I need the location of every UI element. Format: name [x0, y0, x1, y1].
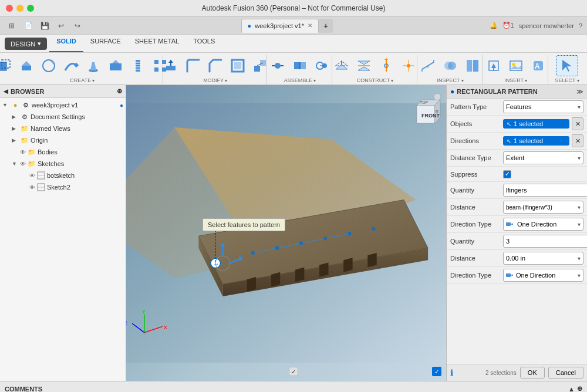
- tab-tools[interactable]: TOOLS: [186, 35, 222, 52]
- construct-group-label[interactable]: CONSTRUCT ▾: [357, 77, 394, 83]
- info-icon[interactable]: ℹ: [450, 368, 453, 377]
- file-icon[interactable]: 📄: [21, 19, 35, 33]
- objects-selected-button[interactable]: ↖ 1 selected: [503, 119, 569, 129]
- tab-solid[interactable]: SOLID: [49, 35, 83, 52]
- objects-clear-button[interactable]: ✕: [572, 117, 583, 130]
- measure-btn[interactable]: [417, 56, 438, 76]
- pattern-type-select[interactable]: Features Bodies Faces ▾: [503, 100, 583, 113]
- distance-type-select[interactable]: Extent Spacing ▾: [503, 151, 583, 164]
- design-menu-button[interactable]: DESIGN ▾: [5, 38, 47, 50]
- tab-close-icon[interactable]: ✕: [308, 22, 312, 29]
- offset-plane-btn[interactable]: [331, 56, 352, 76]
- rigid-group-btn[interactable]: [289, 56, 311, 76]
- direction-type-arrow-2: ▾: [575, 272, 583, 279]
- comments-expand-button[interactable]: ▲: [568, 386, 575, 393]
- ribbon: DESIGN ▾ SOLID SURFACE SHEET METAL TOOLS: [0, 35, 587, 85]
- bodies-visible-icon[interactable]: 👁: [20, 149, 26, 156]
- redo-icon[interactable]: ↪: [70, 19, 85, 33]
- revolve-btn[interactable]: [38, 56, 59, 76]
- modify-group-label[interactable]: MODIFY ▾: [203, 77, 227, 83]
- save-icon[interactable]: 💾: [38, 19, 52, 33]
- drive-joint-btn[interactable]: [312, 56, 333, 76]
- cancel-button[interactable]: Cancel: [548, 367, 583, 379]
- interference-btn[interactable]: [440, 56, 461, 76]
- assemble-group-label[interactable]: ASSEMBLE ▾: [284, 77, 316, 83]
- sweep-btn[interactable]: [60, 56, 82, 76]
- botsketch-visible-icon[interactable]: 👁: [29, 173, 35, 179]
- directions-selected-button[interactable]: ↖ 1 selected: [503, 136, 569, 146]
- direction-type-select-1[interactable]: One Direction Two Directions Symmetric ▾: [503, 218, 583, 231]
- ok-button[interactable]: OK: [520, 367, 545, 379]
- select-group-label[interactable]: SELECT ▾: [555, 77, 579, 83]
- viewport-checkbox[interactable]: ✓: [432, 367, 441, 376]
- tree-item-sketches[interactable]: ▼ 👁 📁 Sketches: [0, 158, 126, 170]
- help-icon[interactable]: ?: [579, 22, 582, 29]
- insert-group-label[interactable]: INSERT ▾: [504, 77, 527, 83]
- distance-formula-dropdown[interactable]: beam-(lfingerw*3): [504, 204, 575, 211]
- direction-type-dropdown-1[interactable]: One Direction Two Directions Symmetric: [515, 221, 574, 228]
- create-group-label[interactable]: CREATE ▾: [70, 77, 95, 83]
- fillet-btn[interactable]: [183, 56, 204, 76]
- tree-item-botsketch[interactable]: ▶ 👁 botsketch: [0, 170, 126, 181]
- tab-week3project[interactable]: ● week3project v1* ✕: [241, 19, 319, 33]
- chamfer-btn[interactable]: [205, 56, 226, 76]
- root-config-icon[interactable]: ●: [120, 102, 123, 109]
- distance-select-2[interactable]: 0.00 in ▾: [503, 252, 583, 265]
- minimize-button[interactable]: [16, 5, 23, 12]
- quantity-input-2[interactable]: ▲ ▼: [503, 235, 587, 248]
- sidebar-collapse-arrow[interactable]: ◀: [4, 88, 8, 94]
- viewport-left-checkbox[interactable]: ✓: [289, 367, 298, 376]
- direction-type-dropdown-2[interactable]: One Direction Two Directions Symmetric: [514, 272, 575, 279]
- quantity-input-1[interactable]: ▲ ▼: [503, 184, 587, 197]
- svg-text:A: A: [535, 62, 540, 70]
- viewport[interactable]: →: [126, 85, 446, 381]
- section-analysis-btn[interactable]: [462, 56, 483, 76]
- axis-btn[interactable]: [376, 56, 397, 76]
- extrude-btn[interactable]: [16, 56, 37, 76]
- quantity-field-2[interactable]: [504, 238, 587, 245]
- apps-icon[interactable]: ⊞: [5, 19, 19, 33]
- tree-item-bodies[interactable]: ▶ 👁 📁 Bodies: [0, 146, 126, 158]
- tree-item-sketch2[interactable]: ▶ 👁 Sketch2: [0, 181, 126, 193]
- rib-btn[interactable]: [105, 56, 126, 76]
- tree-item-named-views[interactable]: ▶ 📁 Named Views: [0, 123, 126, 134]
- pattern-type-dropdown[interactable]: Features Bodies Faces: [504, 103, 575, 110]
- panel-expand-icon[interactable]: ≫: [576, 88, 583, 96]
- close-button[interactable]: [6, 5, 13, 12]
- inspect-group-label[interactable]: INSPECT ▾: [437, 77, 464, 83]
- press-pull-btn[interactable]: [160, 56, 181, 76]
- window-controls[interactable]: [6, 5, 34, 12]
- select-btn[interactable]: [556, 55, 578, 76]
- sketches-visible-icon[interactable]: 👁: [20, 161, 26, 167]
- loft-btn[interactable]: [83, 56, 104, 76]
- distance-dropdown-2[interactable]: 0.00 in: [504, 255, 575, 262]
- suppress-checkbox[interactable]: ✓: [503, 170, 511, 178]
- insert-image-btn[interactable]: [505, 56, 527, 76]
- direction-type-select-2[interactable]: One Direction Two Directions Symmetric ▾: [503, 269, 583, 282]
- shell-btn[interactable]: [227, 56, 248, 76]
- tab-surface[interactable]: SURFACE: [83, 35, 128, 52]
- decal-btn[interactable]: A: [528, 56, 549, 76]
- navigation-cube[interactable]: FRONT TOP R: [405, 91, 440, 126]
- distance-formula-select[interactable]: beam-(lfingerw*3) ▾: [503, 201, 583, 214]
- midplane-btn[interactable]: [353, 56, 375, 76]
- notifications-icon[interactable]: 🔔: [490, 22, 498, 29]
- tree-root-item[interactable]: ▼ ● ⚙ week3project v1 ●: [0, 99, 126, 111]
- tab-sheet-metal[interactable]: SHEET METAL: [128, 35, 186, 52]
- directions-clear-button[interactable]: ✕: [572, 134, 583, 147]
- quantity-field-1[interactable]: [504, 187, 587, 194]
- joint-btn[interactable]: [267, 56, 288, 76]
- thread-btn[interactable]: [127, 56, 149, 76]
- sketch2-visible-icon[interactable]: 👁: [29, 184, 35, 191]
- tree-item-doc-settings[interactable]: ▶ ⚙ Document Settings: [0, 111, 126, 123]
- new-tab-button[interactable]: +: [319, 19, 333, 33]
- comments-settings-icon[interactable]: ⊕: [577, 385, 582, 392]
- maximize-button[interactable]: [27, 5, 34, 12]
- tree-item-origin[interactable]: ▶ 📁 Origin: [0, 134, 126, 146]
- new-component-btn[interactable]: [0, 56, 15, 76]
- insert-derive-btn[interactable]: [483, 56, 504, 76]
- undo-icon[interactable]: ↩: [54, 19, 68, 33]
- sidebar-settings-icon[interactable]: ⊕: [117, 87, 122, 95]
- distance-type-dropdown[interactable]: Extent Spacing: [504, 154, 575, 161]
- point-btn[interactable]: [398, 56, 419, 76]
